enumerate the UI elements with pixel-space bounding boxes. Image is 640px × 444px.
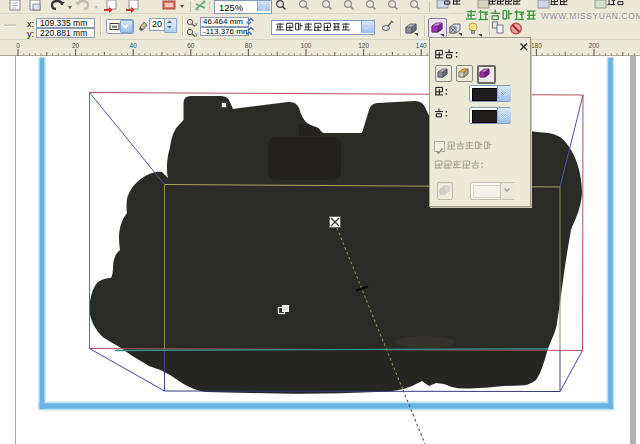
svg-text:100: 100: [301, 42, 312, 49]
svg-text:40: 40: [130, 42, 138, 49]
svg-text:120: 120: [358, 42, 369, 49]
svg-text:180: 180: [531, 42, 542, 49]
svg-text:80: 80: [245, 42, 253, 49]
svg-text:140: 140: [416, 42, 427, 49]
svg-text:200: 200: [589, 42, 600, 49]
svg-text:20: 20: [72, 42, 80, 49]
svg-text:0: 0: [16, 42, 20, 49]
svg-text:60: 60: [187, 42, 195, 49]
svg-text:y: y: [195, 31, 198, 37]
